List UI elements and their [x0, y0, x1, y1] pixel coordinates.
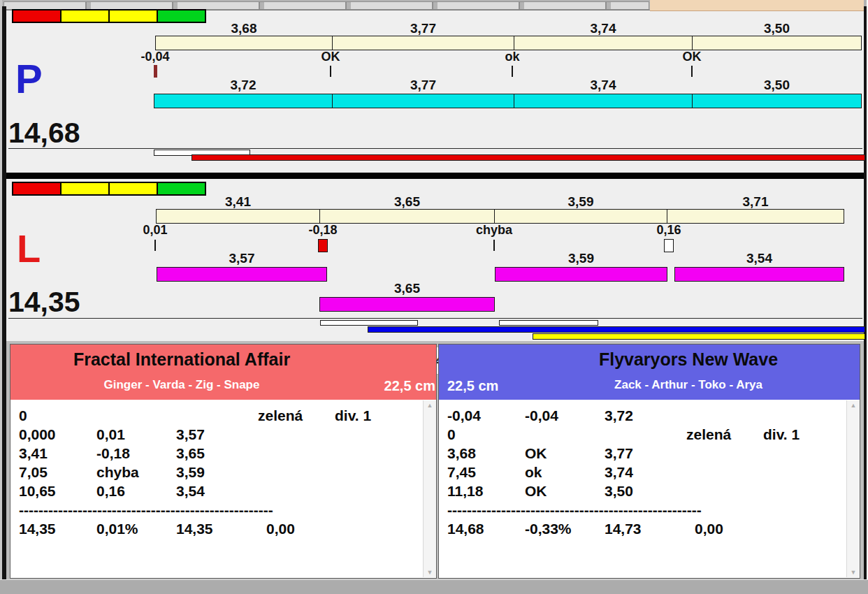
- scroll-down-icon[interactable]: ▼: [847, 567, 860, 577]
- measure-segment: [514, 94, 693, 108]
- tick-marker-thick: [154, 65, 157, 78]
- ruler-segment-label: 3,65: [394, 195, 420, 208]
- report-row: 0zelenádiv. 1: [439, 427, 860, 444]
- report-row: 0,0000,013,57: [10, 427, 436, 444]
- card-subtitle: Ginger - Varda - Zig - Snape: [10, 379, 353, 392]
- report-cell: 3,77: [605, 446, 633, 461]
- report-cell: 3,68: [447, 446, 476, 461]
- tick-label: 0,16: [656, 224, 681, 236]
- legend-segment: [157, 9, 206, 23]
- scroll-up-icon[interactable]: ▲: [424, 400, 436, 410]
- ruler-segment: [332, 36, 514, 50]
- scrollbar[interactable]: ▲▼: [846, 400, 860, 577]
- report-cell: 0: [447, 427, 456, 442]
- tick-label: chyba: [476, 224, 512, 236]
- report-cell: ----------------------------------------…: [19, 502, 273, 517]
- ruler-segment-label: 3,41: [225, 195, 251, 208]
- size-label: 22,5 cm: [447, 378, 530, 393]
- measure-segment: [154, 94, 333, 108]
- report-cell: 0,00: [695, 521, 723, 536]
- report-row: 7,45ok3,74: [439, 465, 860, 481]
- report-row: ----------------------------------------…: [439, 502, 860, 519]
- report-cell: div. 1: [335, 408, 371, 423]
- report-cell: 0,01: [96, 427, 125, 442]
- report-cell: 10,65: [19, 484, 56, 498]
- report-cell: zelená: [258, 408, 303, 423]
- scroll-down-icon[interactable]: ▼: [424, 567, 436, 577]
- scrollbar[interactable]: ▲▼: [423, 400, 436, 577]
- ruler-segment: [155, 36, 333, 50]
- progress-bar: [533, 333, 865, 340]
- report-cell: 0,000: [19, 427, 56, 442]
- tick-label: -0,18: [308, 224, 337, 236]
- report-cell: 7,05: [19, 465, 48, 479]
- report-body: -0,04-0,043,720zelenádiv. 13,68OK3,777,4…: [439, 400, 860, 578]
- ruler-segment-label: 3,71: [743, 195, 769, 208]
- ruler-segment: [692, 36, 862, 50]
- report-row: 10,650,163,54: [10, 484, 436, 500]
- report-cell: 3,65: [176, 446, 205, 461]
- report-row: -0,04-0,043,72: [439, 408, 860, 425]
- ruler-segment: [494, 209, 667, 224]
- measure-segment-label: 3,54: [746, 252, 772, 265]
- size-label: 22,5 cm: [353, 378, 435, 393]
- legend-segment: [108, 182, 158, 196]
- report-cell: 0,00: [266, 521, 295, 536]
- app-window: 13.04.2024 13:40:49 P14,683,683,773,743,…: [0, 0, 868, 594]
- window-footer: [0, 579, 868, 594]
- report-cell: -0,04: [525, 408, 558, 423]
- tick-label: -0,04: [140, 50, 169, 63]
- report-cell: 3,57: [176, 427, 205, 442]
- report-cell: 0: [19, 408, 27, 423]
- report-cell: zelená: [686, 427, 731, 442]
- quality-legend-l: [12, 182, 206, 196]
- measure-segment: [692, 94, 862, 108]
- report-card-left: Fractal International AffairGinger - Var…: [10, 344, 437, 579]
- report-cell: -0,04: [447, 408, 481, 423]
- ruler-segment-label: 3,77: [410, 22, 436, 35]
- ruler-segment: [667, 209, 844, 224]
- report-cell: 14,35: [19, 521, 56, 536]
- report-cell: 14,68: [447, 521, 484, 536]
- measure-segment: [157, 267, 327, 282]
- measure-segment: [674, 267, 844, 282]
- card-subtitle: Zack - Arthur - Toko - Arya: [519, 379, 858, 392]
- ruler-segment-label: 3,74: [591, 22, 616, 35]
- report-cell: 3,50: [605, 484, 633, 498]
- quality-legend-p: [12, 9, 206, 23]
- tick-marker: [330, 66, 331, 77]
- tick-label: ok: [505, 50, 519, 63]
- report-row: 11,18OK3,50: [439, 484, 860, 500]
- progress-bar: [368, 326, 865, 333]
- measure-segment-label: 3,65: [394, 282, 420, 295]
- report-cell: ----------------------------------------…: [447, 502, 702, 517]
- scroll-up-icon[interactable]: ▲: [847, 400, 860, 410]
- report-cell: 3,74: [605, 465, 633, 479]
- ruler-segment: [319, 209, 495, 224]
- ruler-segment-label: 3,59: [568, 195, 594, 208]
- outline-bar: [320, 320, 418, 326]
- legend-segment: [60, 9, 110, 23]
- section-letter-p: P: [15, 59, 43, 99]
- report-row: 14,350,01%14,350,00: [10, 521, 436, 538]
- report-cell: 3,41: [19, 446, 48, 461]
- card-title: Fractal International Affair: [10, 350, 353, 370]
- report-card-right: Flyvaryors New WaveZack - Arthur - Toko …: [438, 344, 860, 579]
- report-row: 3,41-0,183,65: [10, 446, 436, 463]
- report-cell: OK: [525, 484, 547, 498]
- report-cell: -0,18: [96, 446, 130, 461]
- section-total-l: 14,35: [8, 288, 80, 317]
- legend-segment: [157, 182, 206, 196]
- measure-segment-label: 3,74: [591, 78, 616, 92]
- measure-segment: [319, 297, 495, 312]
- report-cell: OK: [525, 446, 547, 461]
- report-row: 7,05chyba3,59: [10, 465, 436, 481]
- report-cell: 3,72: [605, 408, 633, 423]
- report-cell: 14,73: [605, 521, 642, 536]
- tick-marker: [493, 240, 495, 251]
- legend-segment: [12, 182, 62, 196]
- report-body: 0zelenádiv. 10,0000,013,573,41-0,183,657…: [10, 400, 436, 578]
- report-cell: chyba: [96, 465, 139, 479]
- ruler-segment: [156, 209, 320, 224]
- tick-label: OK: [321, 50, 340, 63]
